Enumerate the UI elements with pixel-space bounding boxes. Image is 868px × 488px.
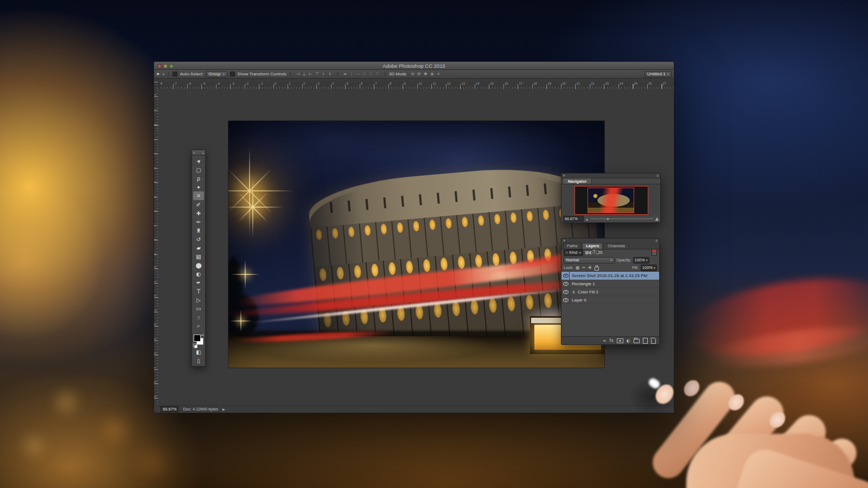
- show-transform-controls-checkbox[interactable]: [230, 72, 235, 76]
- link-layers-icon[interactable]: ∞: [603, 338, 607, 343]
- navigator-body: [561, 184, 660, 215]
- navigator-zoom-field[interactable]: 66.67%: [563, 216, 584, 222]
- spot-healing-brush-tool[interactable]: ✚: [193, 209, 204, 217]
- pen-tool[interactable]: ✒: [193, 278, 204, 287]
- filter-shape-layers-icon[interactable]: ❏: [596, 250, 599, 255]
- quick-mask-mode-button[interactable]: ◧: [193, 348, 204, 356]
- align-vertical-centers-icon[interactable]: ⊦: [321, 72, 327, 76]
- filter-kind-dropdown[interactable]: ⌕ Kind ≑: [564, 249, 583, 256]
- opacity-field[interactable]: 100% ▾: [633, 257, 649, 264]
- layer-row-layer-0[interactable]: Layer 0: [561, 296, 659, 304]
- history-brush-tool[interactable]: ↺: [193, 235, 204, 243]
- zoom-out-icon[interactable]: ▲: [586, 217, 588, 221]
- eraser-tool[interactable]: ▰: [193, 243, 204, 252]
- filter-icons-group: ▦◐T❏⧉: [585, 250, 602, 255]
- visibility-toggle[interactable]: [563, 296, 570, 304]
- zoom-slider-thumb[interactable]: ▲: [607, 217, 609, 220]
- foreground-color-swatch[interactable]: [194, 335, 201, 342]
- collapse-panel-icon[interactable]: »: [202, 151, 204, 155]
- canvas-area[interactable]: × » ➤▢ρ✦⌗✐✚✏♜↺▰▧⬤◐✒T▷▭☝⌕ ⇄ ◧ ▯: [158, 89, 674, 406]
- eye-icon: [563, 290, 569, 294]
- layer-row-color-fill-2[interactable]: ∞Color Fill 2: [561, 288, 659, 296]
- visibility-toggle[interactable]: [563, 280, 570, 287]
- tab-layers[interactable]: Layers: [582, 243, 603, 249]
- lock-transparent-pixels-icon[interactable]: ▦: [576, 265, 579, 270]
- delete-layer-icon[interactable]: [651, 339, 656, 344]
- filter-pixel-layers-icon[interactable]: ▦: [585, 250, 589, 255]
- navigator-thumbnail[interactable]: [588, 188, 634, 213]
- swap-colors-icon[interactable]: ⇄: [201, 333, 204, 337]
- close-panel-icon[interactable]: ×: [563, 239, 565, 243]
- colosseum-photo-document[interactable]: [228, 121, 604, 368]
- filter-smart-objects-icon[interactable]: ⧉: [599, 250, 603, 255]
- zoom-in-icon[interactable]: ▲: [655, 216, 659, 221]
- eyedropper-tool[interactable]: ✐: [193, 200, 204, 209]
- lock-all-icon[interactable]: [595, 267, 599, 271]
- auto-select-target-dropdown[interactable]: Group ≑: [206, 71, 227, 78]
- blend-mode-dropdown[interactable]: Normal ≑: [564, 257, 615, 264]
- color-swatches[interactable]: ⇄: [193, 333, 204, 347]
- 3d-rotate-icon[interactable]: ⟲: [409, 72, 416, 76]
- distribute-left-edges-icon[interactable]: ∷: [361, 72, 368, 76]
- layer-style-icon[interactable]: fx: [609, 338, 614, 343]
- align-right-edges-icon[interactable]: ⊢: [308, 72, 314, 76]
- fill-field[interactable]: 100% ▾: [641, 265, 657, 271]
- separator: [337, 72, 338, 77]
- rectangle-tool[interactable]: ▭: [193, 304, 204, 313]
- new-layer-icon[interactable]: [643, 338, 648, 344]
- lasso-tool[interactable]: ρ: [193, 174, 204, 183]
- brush-tool[interactable]: ✏: [193, 217, 204, 226]
- gradient-tool[interactable]: ▧: [193, 252, 204, 261]
- add-layer-mask-icon[interactable]: [617, 338, 623, 343]
- new-adjustment-layer-icon[interactable]: ◐: [627, 338, 630, 343]
- clone-stamp-tool[interactable]: ♜: [193, 226, 204, 235]
- tool-preset-caret-icon[interactable]: ▾: [163, 72, 164, 76]
- close-panel-icon[interactable]: ×: [563, 174, 565, 178]
- align-horizontal-centers-icon[interactable]: ⊥: [301, 72, 308, 76]
- align-top-edges-icon[interactable]: ⊤: [314, 72, 321, 76]
- distribute-right-edges-icon[interactable]: ∵: [374, 72, 381, 76]
- title-bar[interactable]: Adobe Photoshop CC 2015: [154, 62, 674, 70]
- 3d-drag-icon[interactable]: ✥: [422, 72, 429, 76]
- visibility-toggle[interactable]: [563, 272, 570, 279]
- filtering-toggle[interactable]: [652, 249, 657, 256]
- 3d-roll-icon[interactable]: ⟳: [416, 72, 422, 76]
- blur-tool[interactable]: ⬤: [193, 261, 204, 269]
- visibility-toggle[interactable]: [563, 288, 570, 296]
- quick-selection-tool[interactable]: ✦: [193, 183, 204, 191]
- crop-tool[interactable]: ⌗: [193, 191, 204, 200]
- default-colors-icon[interactable]: [193, 344, 197, 347]
- tab-paths[interactable]: Paths: [563, 243, 581, 249]
- distribute-vertical-centers-icon[interactable]: ⋮: [348, 72, 355, 76]
- screen-mode-button[interactable]: ▯: [193, 356, 204, 365]
- auto-select-checkbox[interactable]: [173, 72, 177, 76]
- close-panel-icon[interactable]: ×: [193, 151, 195, 155]
- 3d-scale-icon[interactable]: ⌖: [435, 72, 442, 77]
- distribute-top-edges-icon[interactable]: ≡: [342, 72, 348, 76]
- document-tab-untitled-1[interactable]: Untitled-1 ▾: [644, 71, 672, 78]
- panel-menu-icon[interactable]: ≡: [656, 174, 659, 178]
- new-group-icon[interactable]: [634, 339, 640, 343]
- layer-row-screen-shot-2016-01-26-at-2-43-25-pm[interactable]: Screen Shot 2016-01-26 at 2.43.25 PM: [561, 272, 659, 280]
- hand-tool[interactable]: ☝: [193, 313, 204, 322]
- distribute-horizontal-centers-icon[interactable]: ∴: [368, 72, 374, 76]
- panel-menu-icon[interactable]: ≡: [655, 239, 658, 243]
- status-zoom-field[interactable]: 66.67%: [161, 406, 178, 412]
- status-flyout-icon[interactable]: ▶: [222, 407, 225, 411]
- align-left-edges-icon[interactable]: ⊣: [295, 72, 301, 76]
- lock-position-icon[interactable]: ✥: [588, 265, 591, 270]
- separator: [290, 72, 291, 77]
- type-tool[interactable]: T: [193, 287, 204, 296]
- tab-channels[interactable]: Channels: [604, 243, 629, 249]
- tool-preset-move-icon[interactable]: ➤: [156, 72, 160, 76]
- navigator-zoom-slider[interactable]: ▲: [590, 219, 653, 219]
- 3d-slide-icon[interactable]: ⊕: [429, 72, 435, 76]
- path-selection-tool[interactable]: ▷: [193, 296, 204, 304]
- align-bottom-edges-icon[interactable]: ⊧: [327, 72, 334, 76]
- filter-adjustment-layers-icon[interactable]: ◐: [589, 250, 593, 255]
- distribute-bottom-edges-icon[interactable]: ⋯: [355, 72, 361, 76]
- layer-row-rectangle-1[interactable]: Rectangle 1: [561, 280, 659, 288]
- zoom-tool[interactable]: ⌕: [193, 322, 204, 330]
- lock-image-pixels-icon[interactable]: ✏: [582, 265, 585, 270]
- dodge-tool[interactable]: ◐: [193, 269, 204, 278]
